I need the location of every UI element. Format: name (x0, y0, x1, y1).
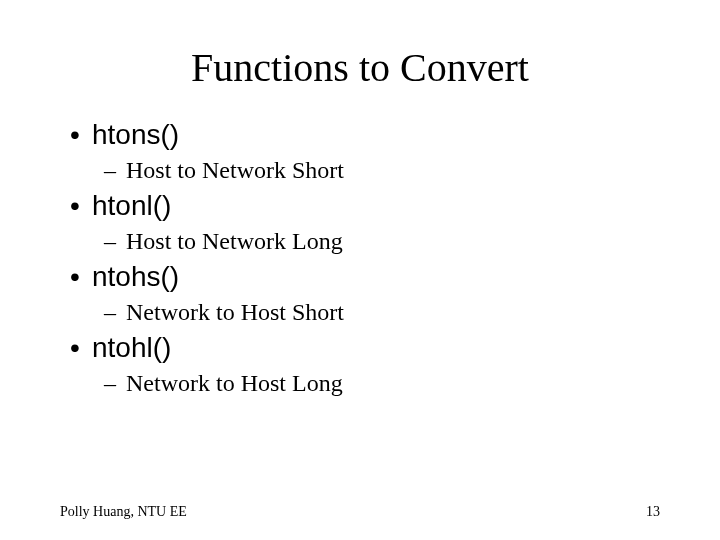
list-subitem: Host to Network Long (70, 228, 660, 255)
footer-author: Polly Huang, NTU EE (60, 504, 187, 520)
list-item: htons() (70, 119, 660, 151)
footer-page-number: 13 (646, 504, 660, 520)
list-item: ntohs() (70, 261, 660, 293)
list-subitem: Network to Host Short (70, 299, 660, 326)
list-item: ntohl() (70, 332, 660, 364)
list-subitem: Host to Network Short (70, 157, 660, 184)
list-item: htonl() (70, 190, 660, 222)
list-subitem: Network to Host Long (70, 370, 660, 397)
slide-footer: Polly Huang, NTU EE 13 (60, 504, 660, 520)
slide-title: Functions to Convert (60, 44, 660, 91)
slide-content: htons() Host to Network Short htonl() Ho… (60, 119, 660, 397)
